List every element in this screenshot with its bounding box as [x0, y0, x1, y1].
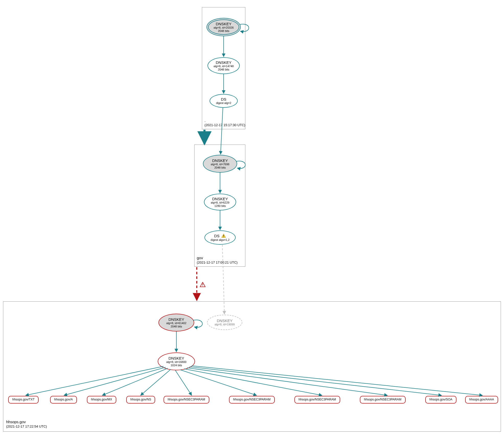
rrset-txt: hhsops.gov/TXT — [8, 396, 39, 404]
node-hhsops-ghost: DNSKEY alg=8, id=19099 — [207, 315, 242, 330]
node-gov-ksk: DNSKEY alg=8, id=7698 2048 bits — [203, 155, 237, 173]
rrset-mx: hhsops.gov/MX — [87, 396, 116, 404]
svg-rect-2 — [223, 237, 224, 237]
node-title: DNSKEY — [216, 22, 232, 26]
rrset-aaaa: hhsops.gov/AAAA — [465, 396, 498, 404]
node-sub2: 2048 bits — [218, 29, 230, 33]
rrset-ns: hhsops.gov/NS — [126, 396, 155, 404]
node-root-ksk: DNSKEY alg=8, id=20326 2048 bits — [207, 18, 241, 36]
zone-hhsops-name: hhsops.gov — [6, 419, 47, 424]
zone-gov-label: gov (2021-12-17 17:00:21 UTC) — [197, 255, 238, 265]
node-root-zsk: DNSKEY alg=8, id=14748 2048 bits — [208, 57, 240, 74]
rrset-nsec3-3: hhsops.gov/NSEC3PARAM — [294, 396, 340, 404]
zone-root-label: . (2021-12-17 15:17:30 UTC) — [204, 118, 245, 127]
svg-rect-4 — [202, 284, 203, 285]
zone-root-name: . — [204, 118, 245, 123]
rrset-a: hhsops.gov/A — [50, 396, 77, 404]
warning-icon — [221, 234, 226, 238]
node-gov-zsk: DNSKEY alg=8, id=6229 1280 bits — [204, 194, 236, 210]
node-hhsops-ksk: DNSKEY alg=8, id=61402 2048 bits — [158, 314, 194, 332]
node-root-ds: DS digest alg=2 — [210, 94, 238, 108]
zone-root-time: (2021-12-17 15:17:30 UTC) — [204, 123, 245, 127]
zone-gov-name: gov — [197, 255, 238, 261]
rrset-nsec3-2: hhsops.gov/NSEC3PARAM — [229, 396, 275, 404]
zone-hhsops-time: (2021-12-17 17:22:54 UTC) — [6, 424, 47, 429]
zone-gov-time: (2021-12-17 17:00:21 UTC) — [197, 261, 238, 265]
rrset-nsec3-1: hhsops.gov/NSEC3PARAM — [164, 396, 209, 404]
svg-rect-1 — [223, 235, 224, 236]
svg-rect-5 — [202, 286, 203, 286]
zone-hhsops — [3, 301, 501, 432]
node-gov-ds: DS digest algs=1,2 — [204, 230, 236, 245]
error-icon — [200, 282, 205, 287]
node-sub: alg=8, id=20326 — [214, 26, 234, 29]
rrset-nsec3-4: hhsops.gov/NSEC3PARAM — [360, 396, 406, 404]
node-hhsops-zsk: DNSKEY alg=8, id=16800 1024 bits — [158, 352, 195, 370]
rrset-soa: hhsops.gov/SOA — [425, 396, 456, 404]
dnssec-graph: . (2021-12-17 15:17:30 UTC) gov (2021-12… — [0, 0, 504, 437]
zone-hhsops-label: hhsops.gov (2021-12-17 17:22:54 UTC) — [6, 419, 47, 429]
